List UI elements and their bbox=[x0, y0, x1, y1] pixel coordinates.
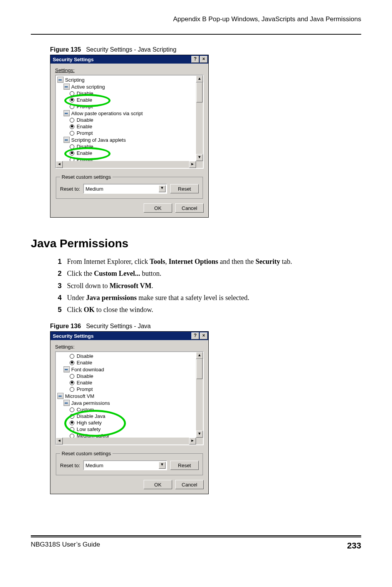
close-icon[interactable]: × bbox=[200, 332, 208, 339]
radio-off[interactable] bbox=[70, 414, 74, 419]
t: . bbox=[151, 282, 153, 290]
help-icon[interactable]: ? bbox=[191, 56, 199, 63]
dialog-title: Security Settings bbox=[53, 333, 191, 339]
t: Microsoft VM bbox=[110, 282, 152, 290]
footer-guide: NBG318S User’s Guide bbox=[31, 541, 100, 551]
figure136-text: Security Settings - Java bbox=[86, 323, 151, 329]
font-icon bbox=[64, 366, 70, 372]
footer-page-number: 233 bbox=[347, 541, 361, 551]
figure136-dialog: Security Settings ? × Settings: Disable … bbox=[50, 331, 209, 494]
figure135-text: Security Settings - Java Scripting bbox=[86, 46, 176, 53]
scroll-left-icon[interactable]: ◄ bbox=[56, 161, 63, 168]
script-icon bbox=[64, 110, 70, 116]
scroll-up-icon[interactable]: ▲ bbox=[196, 75, 203, 82]
radio-on[interactable] bbox=[70, 98, 74, 102]
tree-option: Disable bbox=[77, 117, 93, 123]
radio-off[interactable] bbox=[70, 118, 74, 122]
radio-off[interactable] bbox=[70, 131, 74, 136]
t: OK bbox=[84, 306, 95, 314]
settings-label: Settings: bbox=[55, 344, 204, 350]
help-icon[interactable]: ? bbox=[191, 332, 199, 339]
scroll-thumb[interactable] bbox=[196, 82, 203, 102]
t: to close the window. bbox=[95, 306, 153, 314]
script-icon bbox=[64, 84, 70, 90]
reset-to-label: Reset to: bbox=[60, 186, 80, 192]
scroll-down-icon[interactable]: ▼ bbox=[196, 431, 203, 438]
scroll-thumb[interactable] bbox=[196, 359, 203, 379]
doc-icon bbox=[64, 400, 70, 406]
step-5: 5 Click OK to close the window. bbox=[58, 305, 361, 314]
chevron-down-icon[interactable]: ▼ bbox=[159, 185, 166, 192]
scroll-right-icon[interactable]: ► bbox=[189, 161, 196, 168]
step-num: 3 bbox=[58, 281, 67, 290]
radio-off[interactable] bbox=[70, 374, 74, 379]
ok-button[interactable]: OK bbox=[144, 203, 172, 213]
step-num: 5 bbox=[58, 305, 67, 314]
settings-tree[interactable]: Disable Enable Font download Disable Ena… bbox=[55, 351, 204, 445]
figure135-caption: Figure 135 Security Settings - Java Scri… bbox=[50, 46, 361, 53]
tree-option: Disable bbox=[77, 373, 93, 379]
reset-button[interactable]: Reset bbox=[170, 461, 199, 470]
reset-to-value: Medium bbox=[85, 186, 103, 192]
tree-option: Prompt bbox=[77, 130, 93, 136]
tree-group: Font download bbox=[71, 367, 104, 372]
tree-group: Scripting of Java applets bbox=[71, 137, 126, 143]
figure135-label: Figure 135 bbox=[50, 46, 81, 53]
chevron-down-icon[interactable]: ▼ bbox=[159, 462, 166, 469]
scrollbar-vertical[interactable]: ▲ ▼ bbox=[196, 352, 203, 438]
radio-on[interactable] bbox=[70, 361, 74, 365]
radio-off[interactable] bbox=[70, 408, 74, 412]
scrollbar-horizontal[interactable]: ◄ ► bbox=[56, 161, 203, 168]
radio-off[interactable] bbox=[70, 91, 74, 96]
scroll-right-icon[interactable]: ► bbox=[189, 438, 196, 444]
t: , bbox=[165, 258, 169, 265]
step-num: 4 bbox=[58, 293, 67, 302]
reset-to-dropdown[interactable]: Medium ▼ bbox=[83, 184, 167, 194]
radio-off[interactable] bbox=[70, 354, 74, 359]
header-rule bbox=[31, 34, 361, 35]
radio-on[interactable] bbox=[70, 421, 74, 425]
radio-on[interactable] bbox=[70, 381, 74, 385]
tree-option: Low safety bbox=[77, 426, 101, 432]
step-2: 2 Click the Custom Level... button. bbox=[58, 269, 361, 278]
tree-option: Enable bbox=[77, 150, 92, 156]
radio-on[interactable] bbox=[70, 124, 74, 129]
settings-label: Settings: bbox=[55, 67, 204, 73]
tree-option: Enable bbox=[77, 360, 92, 366]
t: button. bbox=[140, 270, 161, 277]
radio-off[interactable] bbox=[70, 387, 74, 392]
cancel-button[interactable]: Cancel bbox=[175, 203, 204, 213]
scrollbar-vertical[interactable]: ▲ ▼ bbox=[196, 75, 203, 161]
scroll-left-icon[interactable]: ◄ bbox=[56, 438, 63, 444]
script-icon bbox=[64, 137, 70, 143]
tree-group: Microsoft VM bbox=[65, 393, 94, 399]
scroll-up-icon[interactable]: ▲ bbox=[196, 352, 203, 359]
tree-group: Scripting bbox=[65, 77, 85, 83]
figure136-caption: Figure 136 Security Settings - Java bbox=[50, 323, 361, 330]
figure136-label: Figure 136 bbox=[50, 323, 81, 329]
radio-on[interactable] bbox=[70, 151, 74, 156]
scroll-corner bbox=[196, 161, 203, 168]
tree-option: Custom bbox=[77, 407, 94, 413]
step-3: 3 Scroll down to Microsoft VM. bbox=[58, 281, 361, 290]
radio-off[interactable] bbox=[70, 427, 74, 432]
ok-button[interactable]: OK bbox=[144, 480, 172, 489]
titlebar: Security Settings ? × bbox=[50, 55, 208, 64]
reset-to-dropdown[interactable]: Medium ▼ bbox=[83, 460, 167, 470]
radio-off[interactable] bbox=[70, 144, 74, 149]
tree-option: Disable bbox=[77, 144, 93, 149]
scrollbar-horizontal[interactable]: ◄ ► bbox=[56, 438, 203, 444]
vm-icon bbox=[57, 393, 64, 399]
radio-off[interactable] bbox=[70, 104, 74, 109]
scroll-corner bbox=[196, 438, 203, 444]
tree-option: Enable bbox=[77, 380, 92, 386]
reset-to-label: Reset to: bbox=[60, 463, 80, 468]
t: make sure that a safety level is selecte… bbox=[137, 294, 249, 302]
settings-tree[interactable]: Scripting Active scripting Disable Enabl… bbox=[55, 75, 204, 169]
dialog-title: Security Settings bbox=[53, 57, 191, 62]
cancel-button[interactable]: Cancel bbox=[175, 480, 204, 489]
t: Internet Options bbox=[169, 258, 218, 265]
scroll-down-icon[interactable]: ▼ bbox=[196, 154, 203, 161]
close-icon[interactable]: × bbox=[200, 56, 208, 63]
reset-button[interactable]: Reset bbox=[170, 184, 199, 193]
